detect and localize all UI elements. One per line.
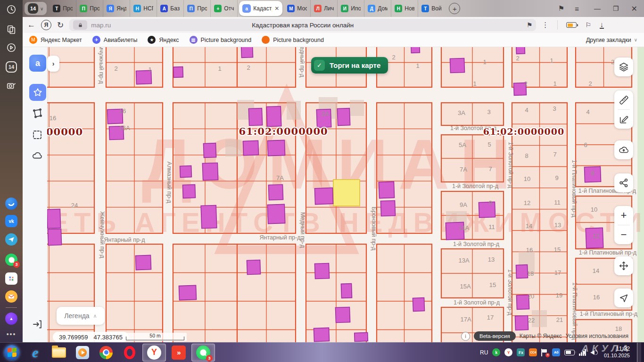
fx-tray-icon[interactable]: Fx	[517, 348, 525, 356]
translator-tray-icon[interactable]: Аб	[552, 348, 560, 356]
downloads-icon[interactable]: ↓	[600, 21, 604, 29]
action-center-flag-icon[interactable]: ✕	[541, 349, 548, 356]
refresh-icon[interactable]: ↻	[57, 20, 64, 30]
opera-icon[interactable]	[122, 345, 138, 361]
zoom-out-button[interactable]: −	[614, 225, 633, 244]
telegram-app-icon[interactable]	[5, 233, 17, 246]
documents-icon[interactable]	[5, 24, 17, 36]
lock-icon[interactable]	[73, 20, 87, 30]
svg-text:15: 15	[489, 281, 496, 288]
battery-tray-icon[interactable]	[564, 350, 575, 355]
browser-tab[interactable]: + Отч	[211, 0, 238, 17]
pan-icon[interactable]	[614, 256, 633, 275]
browser-tab[interactable]: И Ипо	[338, 0, 364, 17]
zoom-in-button[interactable]: +	[614, 206, 633, 225]
tab-counter[interactable]: 14 ∨	[25, 2, 47, 15]
bookmark-item[interactable]: ▦ Picture background	[190, 36, 252, 44]
bookmarks-panel-icon[interactable]: ⚑	[558, 4, 564, 13]
mail-app-icon[interactable]	[5, 290, 17, 303]
browser-tab[interactable]: T Вой	[418, 0, 445, 17]
other-bookmarks-button[interactable]: Другие закладки ∨	[586, 37, 637, 43]
browser-tab[interactable]: Я Янд	[103, 0, 130, 17]
kaspersky-tray-icon[interactable]: k	[492, 348, 500, 356]
cloud-icon[interactable]	[31, 149, 44, 162]
language-indicator[interactable]: RU	[480, 349, 488, 356]
volume-icon[interactable]	[590, 350, 598, 355]
chrome-icon[interactable]	[98, 345, 114, 361]
cloud-upload-icon[interactable]	[614, 140, 633, 159]
clock[interactable]: 11:32 01.10.2025	[604, 346, 630, 359]
map-viewport[interactable]: ДОМИАНСЕТЬ АГЕНТСТВ НЕДВИЖИМОСТИЖемчужны…	[23, 47, 644, 342]
window-minimize-button[interactable]: —	[594, 5, 601, 12]
layers-icon[interactable]	[614, 58, 633, 76]
window-close-button[interactable]: ✕	[631, 4, 637, 13]
menu-icon[interactable]: ≡	[575, 5, 579, 13]
browser-tab[interactable]: П Про	[76, 0, 103, 17]
extensions-icon[interactable]: ⚐	[585, 21, 591, 29]
ruler-icon[interactable]	[614, 90, 633, 109]
browser-tab[interactable]: П Про	[184, 0, 211, 17]
vk-app-icon[interactable]: vk	[5, 215, 17, 227]
new-tab-button[interactable]	[449, 3, 460, 14]
polygon-tool-icon[interactable]	[31, 107, 44, 120]
share-control[interactable]	[614, 173, 633, 192]
yandex-browser-app-icon[interactable]	[5, 197, 17, 210]
show-desktop-button[interactable]	[637, 343, 641, 362]
yandex-home-icon[interactable]: Я	[41, 20, 51, 30]
locate-control[interactable]	[614, 288, 633, 307]
browser-tab[interactable]: а Кадастровая карта	[239, 1, 282, 16]
browser-tab[interactable]: Л Лич	[311, 0, 338, 17]
layers-control[interactable]	[614, 58, 633, 76]
browser-tab[interactable]: Н НСП	[130, 0, 157, 17]
browser-tab[interactable]: Д Дом	[364, 0, 391, 17]
file-explorer-icon[interactable]	[51, 345, 67, 361]
browser-tab[interactable]: Т Про	[50, 0, 76, 17]
services-grid-app-icon[interactable]	[5, 272, 17, 285]
terms-link[interactable]: Условия использования	[566, 333, 628, 339]
bookmark-item[interactable]: ✈ Авиабилеты	[92, 36, 138, 44]
whatsapp-taskbar-button[interactable]: 3	[191, 344, 215, 362]
upload-control[interactable]	[614, 140, 633, 159]
url-field[interactable]: map.ru Кадастровая карта России онлайн ⚑	[69, 19, 536, 31]
cadastral-map-svg[interactable]: ДОМИАНСЕТЬ АГЕНТСТВ НЕДВИЖИМОСТИЖемчужны…	[23, 47, 644, 342]
exit-panel-icon[interactable]	[31, 318, 44, 331]
yandex-tray-icon[interactable]: Y	[504, 348, 512, 356]
panel-expand-button[interactable]	[47, 56, 59, 72]
sidebar-more-icon[interactable]: •••	[5, 328, 17, 340]
battery-saver-icon[interactable]	[566, 22, 577, 28]
edit-icon[interactable]	[614, 110, 633, 129]
yandex-browser-taskbar-button[interactable]: Y	[142, 344, 166, 362]
legend-button[interactable]: Легенда ∧	[57, 307, 105, 325]
tab-close-icon[interactable]	[274, 5, 279, 12]
location-arrow-icon[interactable]	[614, 288, 633, 307]
alice-app-icon[interactable]: ▲	[5, 313, 17, 325]
pan-control[interactable]	[614, 256, 633, 275]
more-options-icon[interactable]: ⋮	[542, 21, 549, 29]
bookmark-item[interactable]: ★ Яндекс	[148, 36, 179, 44]
torgi-map-button[interactable]: ✓ Торги на карте	[311, 57, 388, 74]
media-player-icon[interactable]	[74, 345, 91, 361]
tab-count-badge[interactable]: 14	[5, 61, 17, 73]
window-maximize-button[interactable]: ❐	[613, 5, 619, 12]
browser-tab[interactable]: М Мос	[284, 0, 311, 17]
screenshot-icon[interactable]	[5, 80, 17, 92]
browser-tab[interactable]: А Баз	[157, 0, 184, 17]
favorites-star-button[interactable]	[29, 84, 46, 101]
cc4-tray-icon[interactable]: СС4	[529, 348, 537, 356]
whatsapp-app-icon[interactable]: 3	[5, 254, 17, 266]
start-button[interactable]	[4, 345, 20, 361]
bookmark-item[interactable]: Picture background	[262, 36, 324, 44]
info-icon[interactable]: i	[461, 332, 470, 341]
share-icon[interactable]	[614, 173, 633, 192]
red-arrows-app-icon[interactable]: »	[171, 345, 187, 361]
bookmark-saved-icon[interactable]: ⚑	[527, 21, 533, 29]
history-clock-icon[interactable]	[5, 3, 17, 16]
latitude-value: 47.383765	[93, 334, 122, 341]
browser-tab[interactable]: Н Нов	[391, 0, 418, 17]
internet-explorer-icon[interactable]: e	[27, 345, 43, 361]
play-icon[interactable]	[5, 41, 17, 54]
back-icon[interactable]: ←	[27, 20, 35, 30]
site-logo[interactable]: a	[29, 55, 46, 72]
bookmark-item[interactable]: М Яндекс Маркет	[29, 36, 82, 44]
select-area-icon[interactable]	[31, 128, 44, 141]
